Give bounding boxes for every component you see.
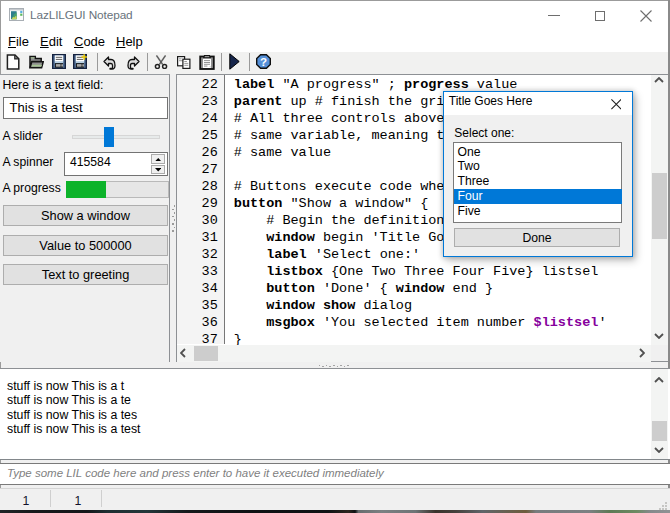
svg-text:?: ? <box>259 56 266 68</box>
